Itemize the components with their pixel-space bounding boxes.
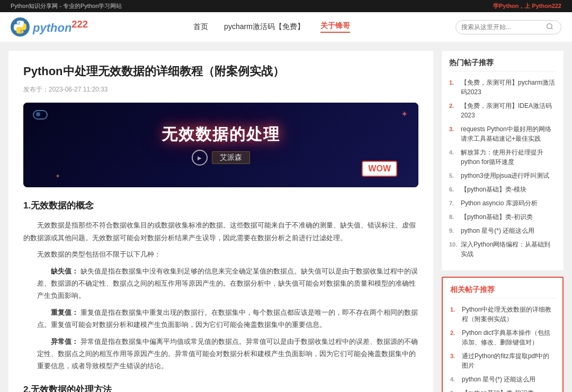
hot-posts-title: 热门帖子推荐 <box>449 58 556 71</box>
related-list-item[interactable]: 5.【python基础】类-初识类 <box>450 388 555 392</box>
hot-list-item[interactable]: 6.【python基础】类-模块 <box>449 185 556 194</box>
search-box <box>455 20 561 34</box>
related-posts-title: 相关帖子推荐 <box>450 285 555 298</box>
hot-list-item[interactable]: 9.python 星号(*) 还能这么用 <box>449 226 556 235</box>
site-name: Python知识分享网 - 专业的Python学习网站 <box>11 2 122 10</box>
hot-list-item[interactable]: 3.requests Python中最好用的网络请求工具基础速记+最佳实践 <box>449 124 556 143</box>
main-wrapper: Python中处理无效数据的详细教程（附案例实战） 发布于：2023-06-27… <box>0 42 572 392</box>
related-posts-card: 相关帖子推荐 1.Python中处理无效数据的详细教程（附案例实战）2.Pyth… <box>442 277 564 392</box>
hot-posts-card: 热门帖子推荐 1.【免费，亲测可用】pycharm激活码20232.【免费，亲测… <box>442 51 564 270</box>
nav-pycharm[interactable]: pycharm激活码【免费】 <box>224 22 305 32</box>
hot-list-item[interactable]: 1.【免费，亲测可用】pycharm激活码2023 <box>449 78 556 97</box>
hot-list-item[interactable]: 7.Python asyncio 库源码分析 <box>449 198 556 208</box>
banner-wow-badge: WOW <box>362 161 397 177</box>
banner-title: 无效数据的处理 <box>162 124 280 145</box>
logo: python222 <box>11 17 88 37</box>
svg-line-2 <box>551 28 553 29</box>
article-body: 1.无效数据的概念 无效数据是指那些不符合数据收集目的或数据收集标准的数据。这些… <box>23 198 418 392</box>
svg-point-1 <box>547 23 552 28</box>
search-icon <box>546 23 553 30</box>
python-logo-icon <box>11 17 30 37</box>
header: python222 首页 pycharm激活码【免费】 关于锋哥 <box>0 12 572 42</box>
related-list-item[interactable]: 1.Python中处理无效数据的详细教程（附案例实战） <box>450 305 555 324</box>
nav: 首页 pycharm激活码【免费】 关于锋哥 <box>193 21 350 33</box>
related-posts-list: 1.Python中处理无效数据的详细教程（附案例实战）2.Python dict… <box>450 305 555 392</box>
section1-outlier: 异常值： 异常值是指在数据集中偏离平均值或常见值的数据点。异常值可以是由于数据收… <box>23 335 418 372</box>
hot-list-item[interactable]: 4.解放算力：使用并行处理提升python for循环速度 <box>449 148 556 167</box>
sidebar: 热门帖子推荐 1.【免费，亲测可用】pycharm激活码20232.【免费，亲测… <box>442 51 564 392</box>
section2-title: 2.无效数据的处理方法 <box>23 382 418 392</box>
section1-missing: 缺失值： 缺失值是指在数据集中没有收集到足够的信息来完全确定某值的数据点。缺失值… <box>23 265 418 302</box>
section1-p2: 无效数据的类型包括但不限于以下几种： <box>23 248 418 260</box>
article-meta: 发布于：2023-06-27 11:20:33 <box>23 85 418 94</box>
search-input[interactable] <box>461 23 546 31</box>
nav-about[interactable]: 关于锋哥 <box>320 21 350 33</box>
section1-p1: 无效数据是指那些不符合数据收集目的或数据收集标准的数据。这些数据可能来自于不准确… <box>23 219 418 244</box>
section1-duplicate: 重复值： 重复值是指在数据集中重复出现的数据行。在数据集中，每个数据点都应该是唯… <box>23 306 418 331</box>
hot-list-item[interactable]: 5.python3使用pjsua进行呼叫测试 <box>449 171 556 180</box>
related-list-item[interactable]: 3.通过Python的fitz库提取pdf中的图片 <box>450 351 555 370</box>
section1-title: 1.无效数据的概念 <box>23 198 418 214</box>
top-bar: Python知识分享网 - 专业的Python学习网站 学Python，上 Py… <box>0 0 572 12</box>
hot-list-item[interactable]: 8.【python基础】类-初识类 <box>449 212 556 222</box>
nav-home[interactable]: 首页 <box>193 22 208 32</box>
hot-list-item[interactable]: 2.【免费，亲测可用】IDEA激活码2023 <box>449 101 556 120</box>
article-title: Python中处理无效数据的详细教程（附案例实战） <box>23 63 418 80</box>
hot-list-item[interactable]: 10.深入Python网络编程：从基础到实战 <box>449 240 556 259</box>
related-list-item[interactable]: 4.python 星号(*) 还能这么用 <box>450 375 555 384</box>
hot-posts-list: 1.【免费，亲测可用】pycharm激活码20232.【免费，亲测可用】IDEA… <box>449 78 556 259</box>
related-list-item[interactable]: 2.Python dict字典基本操作（包括添加、修改、删除键值对） <box>450 328 555 347</box>
search-button[interactable] <box>546 23 553 32</box>
article-banner: 无效数据的处理 ▶ 艾派森 WOW ✦ ✦ <box>23 103 418 187</box>
logo-text: python222 <box>33 19 88 35</box>
banner-subtitle: 艾派森 <box>212 151 250 164</box>
top-bar-right: 学Python，上 Python222 <box>493 2 561 10</box>
article-content: Python中处理无效数据的详细教程（附案例实战） 发布于：2023-06-27… <box>8 51 433 392</box>
